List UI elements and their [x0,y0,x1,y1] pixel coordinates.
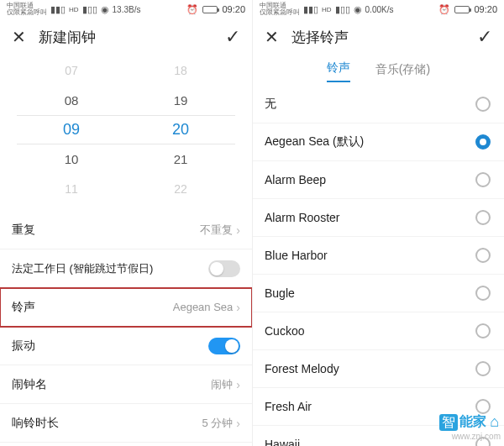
row-label: 响铃时长 [12,416,202,431]
ringtone-row[interactable]: Blue Harbor [253,237,504,275]
row-label: 法定工作日 (智能跳过节假日) [12,261,208,276]
radio-icon[interactable] [475,97,491,112]
ringtone-name: Blue Harbor [265,249,475,262]
net-speed: 0.00K/s [365,5,394,14]
radio-icon[interactable] [475,134,491,150]
ringtone-name: Forest Melody [265,362,475,375]
confirm-icon[interactable]: ✓ [225,26,240,48]
picker-slot[interactable]: 18 [126,55,235,85]
row-label: 铃声 [12,300,173,315]
picker-slot[interactable]: 19 [126,85,235,114]
ringtone-name: 无 [265,97,475,112]
hour-column[interactable]: 0708091011 [17,55,126,204]
radio-icon[interactable] [475,361,491,376]
radio-icon[interactable] [475,399,491,414]
chevron-right-icon: › [236,417,240,430]
tab-ringtones[interactable]: 铃声 [327,60,350,82]
picker-slot[interactable]: 22 [126,175,235,204]
chevron-right-icon: › [236,301,240,314]
time-picker[interactable]: 0708091011 1819202122 [0,55,252,211]
ringtone-name: Fresh Air [265,400,475,413]
ringtone-name: Cuckoo [265,324,475,338]
carrier-note: 仅限紧急呼叫 [260,9,300,16]
radio-icon[interactable] [475,286,491,301]
chevron-right-icon: › [236,378,240,391]
clock-time: 09:20 [474,4,497,14]
row-value: 闹钟 [211,377,233,392]
picker-slot[interactable]: 20 [126,115,235,144]
row-label: 振动 [12,338,208,354]
picker-slot[interactable]: 09 [17,115,126,144]
signal-icon: ▮▮▯ [303,5,318,14]
clock-time: 09:20 [222,4,245,14]
hd-icon: HD [322,6,332,13]
row-snooze[interactable]: 再响间隔 10 分钟，3 次 › [0,443,252,446]
net-speed: 13.3B/s [113,5,141,14]
row-workday[interactable]: 法定工作日 (智能跳过节假日) [0,249,252,288]
vibrate-toggle[interactable] [208,338,240,354]
row-label: 重复 [12,223,200,238]
row-label: 闹钟名 [12,377,211,392]
radio-icon[interactable] [475,248,491,263]
close-icon[interactable]: ✕ [265,27,283,47]
radio-icon[interactable] [475,210,491,225]
select-ringtone-pane: 中国联通 仅限紧急呼叫 ▮▮▯ HD ▮▯▯ ◉ 0.00K/s ⏰ 09:20… [252,0,504,446]
wifi-icon: ◉ [354,5,362,14]
row-repeat[interactable]: 重复 不重复 › [0,211,252,249]
alarm-icon: ⏰ [186,4,198,15]
picker-slot[interactable]: 07 [17,55,126,85]
row-value: 不重复 [200,223,233,238]
chevron-right-icon: › [236,223,240,237]
signal-icon-2: ▮▯▯ [335,5,350,14]
minute-column[interactable]: 1819202122 [126,55,235,204]
hd-icon: HD [69,6,79,13]
ringtone-list: 无Aegean Sea (默认)Alarm BeepAlarm RoosterB… [253,86,504,446]
row-alarm-name[interactable]: 闹钟名 闹钟 › [0,365,252,404]
ringtone-row[interactable]: Alarm Beep [253,161,504,199]
header: ✕ 选择铃声 ✓ [253,18,504,55]
ringtone-name: Aegean Sea (默认) [265,134,475,150]
picker-slot[interactable]: 21 [126,144,235,174]
picker-slot[interactable]: 10 [17,144,126,174]
ringtone-row[interactable]: Aegean Sea (默认) [253,123,504,161]
picker-slot[interactable]: 08 [17,85,126,114]
confirm-icon[interactable]: ✓ [477,26,492,48]
radio-icon[interactable] [475,437,491,446]
carrier-note: 仅限紧急呼叫 [7,9,47,16]
picker-slot[interactable]: 11 [17,175,126,204]
radio-icon[interactable] [475,323,491,338]
battery-icon [454,6,470,13]
status-bar: 中国联通 仅限紧急呼叫 ▮▮▯ HD ▮▯▯ ◉ 0.00K/s ⏰ 09:20 [253,0,504,18]
ringtone-row[interactable]: Cuckoo [253,312,504,350]
row-ringtone[interactable]: 铃声 Aegean Sea › [0,288,252,327]
tab-music[interactable]: 音乐(存储) [375,62,430,82]
tabs: 铃声 音乐(存储) [253,55,504,86]
ringtone-name: Alarm Beep [265,173,475,186]
ringtone-row[interactable]: 无 [253,86,504,123]
ringtone-name: Bugle [265,286,475,300]
workday-toggle[interactable] [208,260,240,277]
ringtone-row[interactable]: Bugle [253,275,504,312]
row-value: Aegean Sea [173,301,234,313]
alarm-settings-list: 重复 不重复 › 法定工作日 (智能跳过节假日) 铃声 Aegean Sea ›… [0,211,252,446]
ringtone-row[interactable]: Alarm Rooster [253,199,504,237]
ringtone-row[interactable]: Forest Melody [253,350,504,388]
wifi-icon: ◉ [101,5,109,14]
page-title: 新建闹钟 [39,28,225,47]
radio-icon[interactable] [475,172,491,187]
status-bar: 中国联通 仅限紧急呼叫 ▮▮▯ HD ▮▯▯ ◉ 13.3B/s ⏰ 09:20 [0,0,252,18]
alarm-create-pane: 中国联通 仅限紧急呼叫 ▮▮▯ HD ▮▯▯ ◉ 13.3B/s ⏰ 09:20… [0,0,252,446]
battery-icon [202,6,218,13]
page-title: 选择铃声 [291,28,477,47]
signal-icon: ▮▮▯ [50,5,66,14]
signal-icon-2: ▮▯▯ [82,5,97,14]
close-icon[interactable]: ✕ [12,27,30,47]
ringtone-row[interactable]: Fresh Air [253,388,504,426]
ringtone-name: Alarm Rooster [265,211,475,224]
ringtone-row[interactable]: Hawaii [253,426,504,446]
row-vibrate[interactable]: 振动 [0,327,252,365]
row-ring-duration[interactable]: 响铃时长 5 分钟 › [0,404,252,443]
header: ✕ 新建闹钟 ✓ [0,18,252,55]
alarm-icon: ⏰ [438,4,450,15]
ringtone-name: Hawaii [265,438,475,446]
